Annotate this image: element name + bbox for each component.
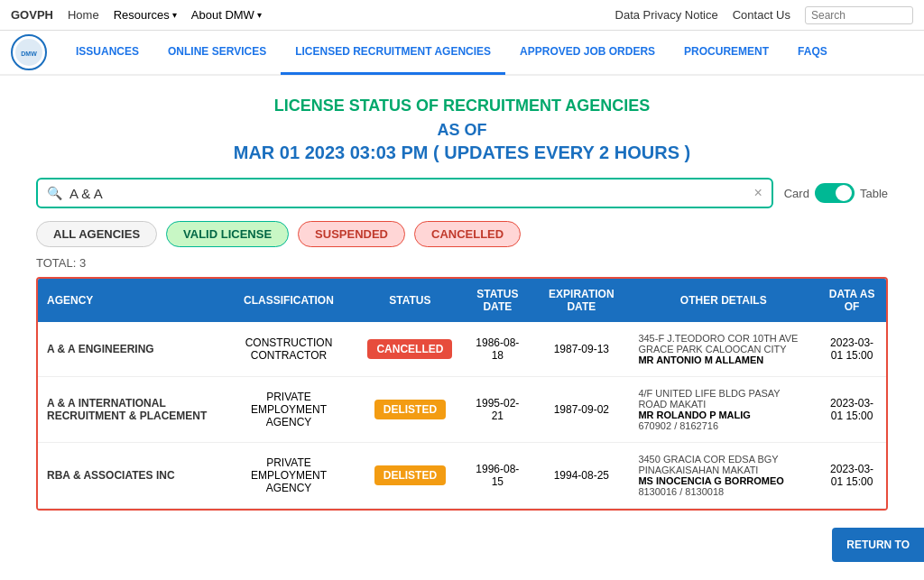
cell-classification-2: PRIVATE EMPLOYMENT AGENCY [219, 443, 359, 509]
page-date: MAR 01 2023 03:03 PM ( UPDATES EVERY 2 H… [36, 143, 888, 163]
filter-all-agencies[interactable]: ALL AGENCIES [36, 221, 157, 247]
top-search-input[interactable] [805, 6, 913, 24]
toggle-knob [836, 185, 852, 201]
cell-data-as-of-2: 2023-03-01 15:00 [818, 443, 886, 509]
main-content: LICENSE STATUS OF RECRUITMENT AGENCIES A… [0, 76, 924, 529]
card-label: Card [784, 187, 809, 200]
filter-valid-license[interactable]: VALID LICENSE [166, 221, 289, 247]
cell-status-date-2: 1996-08-15 [461, 443, 533, 509]
search-bar-container: 🔍 × Card Table [36, 178, 888, 208]
col-header-data-as-of: DATA AS OF [818, 279, 886, 322]
page-title: LICENSE STATUS OF RECRUITMENT AGENCIES [36, 94, 888, 118]
cell-status-1: DELISTED [358, 377, 461, 443]
clear-search-button[interactable]: × [753, 185, 762, 201]
table-row: A & A ENGINEERING CONSTRUCTION CONTRACTO… [38, 322, 886, 377]
status-badge-1: DELISTED [374, 400, 446, 419]
cell-classification-0: CONSTRUCTION CONTRACTOR [219, 322, 359, 377]
cell-agency-2: RBA & ASSOCIATES INC [38, 443, 219, 509]
nav-procurement[interactable]: PROCUREMENT [670, 30, 783, 75]
total-label: TOTAL: 3 [36, 256, 888, 270]
nav-approved-job-orders[interactable]: APPROVED JOB ORDERS [505, 30, 670, 75]
cell-expiration-date-0: 1987-09-13 [533, 322, 629, 377]
table-label: Table [860, 187, 888, 200]
col-header-other-details: OTHER DETAILS [629, 279, 818, 322]
nav-issuances[interactable]: ISSUANCES [61, 30, 153, 75]
cell-status-date-0: 1986-08-18 [461, 322, 533, 377]
col-header-status-date: STATUS DATE [461, 279, 533, 322]
home-link[interactable]: Home [68, 8, 99, 22]
agency-search-input[interactable] [69, 186, 746, 201]
cell-status-2: DELISTED [358, 443, 461, 509]
contact-name-2: MS INOCENCIA G BORROMEO [638, 475, 784, 486]
cell-data-as-of-1: 2023-03-01 15:00 [818, 377, 886, 443]
top-navigation: GOVPH Home Resources ▾ About DMW ▾ Data … [0, 0, 924, 31]
cell-data-as-of-0: 2023-03-01 15:00 [818, 322, 886, 377]
view-toggle-switch[interactable] [815, 183, 855, 203]
results-table: AGENCY CLASSIFICATION STATUS STATUS DATE… [38, 279, 886, 509]
svg-text:DMW: DMW [21, 51, 37, 57]
about-dmw-dropdown[interactable]: About DMW ▾ [191, 8, 262, 22]
table-header-row: AGENCY CLASSIFICATION STATUS STATUS DATE… [38, 279, 886, 322]
filter-cancelled[interactable]: CANCELLED [414, 221, 521, 247]
table-row: A & A INTERNATIONAL RECRUITMENT & PLACEM… [38, 377, 886, 443]
search-icon: 🔍 [47, 186, 62, 200]
col-header-status: STATUS [358, 279, 461, 322]
cell-agency-1: A & A INTERNATIONAL RECRUITMENT & PLACEM… [38, 377, 219, 443]
contact-us-link[interactable]: Contact Us [733, 8, 790, 22]
nav-online-services[interactable]: ONLINE SERVICES [153, 30, 281, 75]
col-header-classification: CLASSIFICATION [219, 279, 359, 322]
cell-other-details-0: 345-F J.TEODORO COR 10TH AVE GRACE PARK … [629, 322, 818, 377]
cell-expiration-date-2: 1994-08-25 [533, 443, 629, 509]
status-badge-0: CANCELLED [367, 339, 452, 359]
return-to-top-button[interactable]: RETURN TO [832, 528, 924, 529]
resources-dropdown[interactable]: Resources ▾ [114, 8, 177, 22]
cell-status-0: CANCELLED [358, 322, 461, 377]
cell-other-details-2: 3450 GRACIA COR EDSA BGY PINAGKAISAHAN M… [629, 443, 818, 509]
cell-classification-1: PRIVATE EMPLOYMENT AGENCY [219, 377, 359, 443]
table-row: RBA & ASSOCIATES INC PRIVATE EMPLOYMENT … [38, 443, 886, 509]
cell-status-date-1: 1995-02-21 [461, 377, 533, 443]
filter-buttons: ALL AGENCIES VALID LICENSE SUSPENDED CAN… [36, 221, 888, 247]
search-bar: 🔍 × [36, 178, 773, 208]
status-badge-2: DELISTED [374, 465, 446, 485]
view-toggle: Card Table [784, 183, 888, 203]
col-header-expiration-date: EXPIRATION DATE [533, 279, 629, 322]
main-navigation: DMW ISSUANCES ONLINE SERVICES LICENSED R… [0, 31, 924, 76]
page-subtitle: AS OF [36, 118, 888, 143]
contact-name-0: MR ANTONIO M ALLAMEN [638, 354, 763, 365]
data-privacy-link[interactable]: Data Privacy Notice [615, 8, 718, 22]
results-table-wrapper: AGENCY CLASSIFICATION STATUS STATUS DATE… [36, 277, 888, 511]
nav-faqs[interactable]: FAQS [783, 30, 842, 75]
govph-label: GOVPH [11, 8, 53, 22]
contact-name-1: MR ROLANDO P MALIG [638, 410, 750, 420]
nav-licensed-recruitment[interactable]: LICENSED RECRUITMENT AGENCIES [281, 30, 505, 75]
cell-expiration-date-1: 1987-09-02 [533, 377, 629, 443]
filter-suspended[interactable]: SUSPENDED [298, 221, 405, 247]
cell-other-details-1: 4/F UNITED LIFE BLDG PASAY ROAD MAKATI M… [629, 377, 818, 443]
cell-agency-0: A & A ENGINEERING [38, 322, 219, 377]
dmw-logo: DMW [11, 34, 47, 70]
col-header-agency: AGENCY [38, 279, 219, 322]
